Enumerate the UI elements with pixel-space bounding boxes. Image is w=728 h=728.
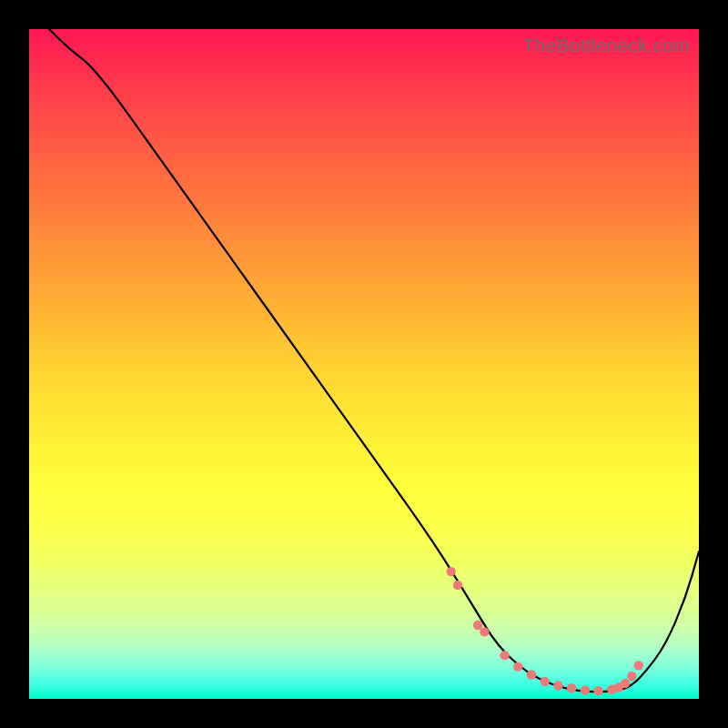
marker-dot (500, 651, 509, 660)
marker-dot (480, 627, 489, 636)
marker-dot (527, 670, 536, 679)
marker-dot (627, 672, 636, 681)
marker-dot (567, 683, 576, 693)
marker-dot (541, 677, 550, 686)
marker-dot (446, 567, 455, 576)
marker-group (446, 567, 642, 695)
marker-dot (634, 661, 643, 670)
marker-dot (593, 686, 602, 695)
marker-dot (453, 581, 462, 590)
marker-dot (621, 679, 630, 688)
marker-dot (581, 685, 590, 694)
marker-dot (513, 662, 522, 671)
bottleneck-curve (49, 29, 699, 692)
plot-area: TheBottleneck.com (29, 29, 699, 699)
marker-dot (553, 681, 562, 690)
chart-svg (29, 29, 699, 699)
chart-frame: TheBottleneck.com (0, 0, 728, 728)
marker-dot (473, 621, 482, 630)
